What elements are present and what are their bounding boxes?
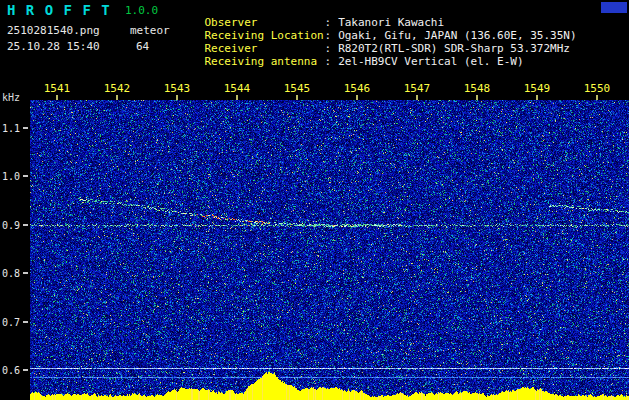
freq-label: 0.6 [0,365,20,376]
time-label: 1543 [162,82,192,95]
time-label: 1549 [522,82,552,95]
y-tick-mark [23,321,28,323]
y-axis-unit: kHz [2,92,20,103]
spectrogram-canvas [30,100,629,400]
time-label: 1542 [102,82,132,95]
y-tick-mark [23,369,28,371]
freq-label: 0.9 [0,220,20,231]
time-label: 1541 [42,82,72,95]
freq-label: 0.8 [0,268,20,279]
time-label: 1545 [282,82,312,95]
info-label: Receiving antenna [205,55,325,68]
level-indicator [601,2,627,13]
time-label: 1548 [462,82,492,95]
datetime-label: 25.10.28 15:40 [7,40,100,53]
freq-label: 1.1 [0,123,20,134]
app-title: H R O F F T [7,2,111,18]
info-value: 2el-HB9CV Vertical (el. E-W) [331,55,523,68]
time-label: 1546 [342,82,372,95]
y-tick-mark [23,175,28,177]
freq-label: 0.7 [0,317,20,328]
time-label: 1544 [222,82,252,95]
time-label: 1550 [582,82,612,95]
time-label: 1547 [402,82,432,95]
freq-label: 1.0 [0,171,20,182]
output-filename: 2510281540.png [7,24,100,37]
sample-count: 64 [136,40,149,53]
y-tick-mark [23,127,28,129]
info-row-antenna: Receiving antenna:2el-HB9CV Vertical (el… [178,42,524,81]
app-version: 1.0.0 [125,4,158,17]
hrofft-window: H R O F F T 1.0.0 2510281540.png meteor … [0,0,629,400]
y-tick-mark [23,272,28,274]
y-tick-mark [23,224,28,226]
mode-label: meteor [130,24,170,37]
